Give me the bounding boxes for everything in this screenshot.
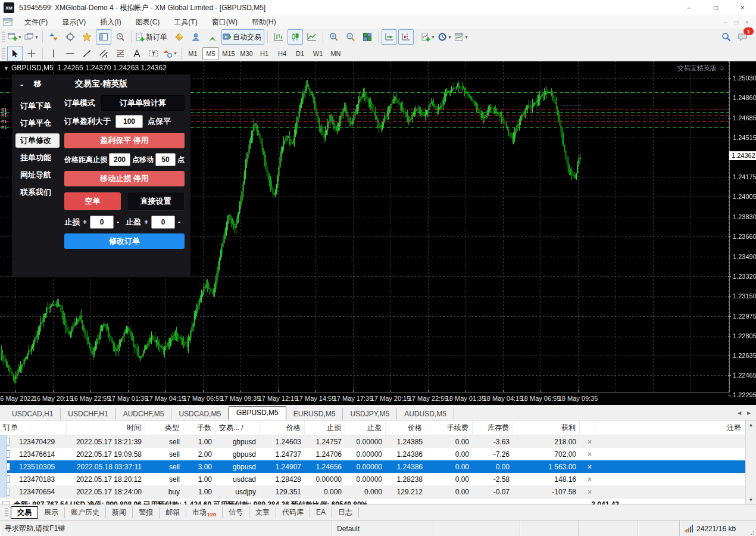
child-close-icon[interactable]: ×	[742, 19, 752, 26]
column-header-11[interactable]: 获利	[513, 420, 580, 435]
terminal-close-icon[interactable]: ×	[1, 421, 8, 429]
shapes-button[interactable]: ▼	[163, 46, 178, 61]
column-header-4[interactable]: 交易... /	[215, 420, 260, 435]
terminal-tab-grip[interactable]	[5, 508, 8, 518]
chart-area[interactable]: ▼GBPUSD,M5 1.24265 1.24370 1.24263 1.243…	[0, 61, 756, 405]
line-chart-button[interactable]	[304, 29, 320, 45]
community-button[interactable]	[188, 29, 204, 45]
timeframe-m1[interactable]: M1	[185, 47, 201, 60]
child-restore-icon[interactable]: □	[731, 19, 742, 26]
terminal-tab-ea[interactable]: EA	[310, 507, 332, 518]
panel-move-handle[interactable]: 移	[34, 79, 42, 89]
chart-tab-usdchfh1[interactable]: USDCHF,H1	[61, 408, 115, 420]
text-label-button[interactable]	[146, 46, 161, 61]
scroll-down-icon[interactable]: ▼	[746, 497, 756, 503]
panel-collapse-button[interactable]: -	[20, 79, 23, 89]
candlestick-button[interactable]	[288, 29, 303, 45]
toolbar-grip[interactable]	[2, 48, 5, 59]
terminal-tab-新闻[interactable]: 新闻	[106, 507, 133, 518]
trade-row[interactable]: 1234766142022.05.17 19:09:58sell2.00gbpu…	[0, 448, 745, 460]
column-header-7[interactable]: 止盈	[345, 420, 386, 435]
indicators-button[interactable]: ▼	[420, 29, 436, 45]
column-header-6[interactable]: 止损	[305, 420, 345, 435]
time-axis[interactable]: 16 May 202216 May 20:1516 May 22:5517 Ma…	[0, 392, 730, 405]
terminal-scrollbar[interactable]: ▲ ▼	[745, 420, 756, 504]
zoom-out-button[interactable]	[343, 29, 358, 45]
column-header-9[interactable]: 手续费	[426, 420, 473, 435]
panel-menu-item-4[interactable]: 网址导航	[15, 168, 60, 182]
notifications-button[interactable]: 1	[735, 29, 751, 45]
panel-menu-item-1[interactable]: 订单平仓	[15, 116, 60, 130]
terminal-tab-展示[interactable]: 展示	[38, 507, 65, 518]
new-order-button[interactable]: 新订单	[135, 29, 170, 45]
terminal-tab-警报[interactable]: 警报	[133, 507, 160, 518]
close-order-icon[interactable]: ×	[588, 463, 592, 471]
status-template[interactable]: Default	[332, 521, 433, 536]
profit-threshold-input[interactable]: 100	[115, 115, 143, 128]
column-header-0[interactable]: 订单	[0, 420, 67, 435]
takeprofit-input[interactable]: 0	[151, 216, 175, 229]
close-order-icon[interactable]: ×	[588, 450, 592, 459]
modify-order-button[interactable]: 修改订单	[64, 233, 185, 249]
profiles-button[interactable]: ▼	[24, 29, 39, 45]
cursor-button[interactable]	[7, 46, 23, 61]
tile-windows-button[interactable]	[360, 29, 375, 45]
trailing-stop-toggle-button[interactable]: 移动止损 停用	[64, 171, 185, 186]
timeframe-h1[interactable]: H1	[256, 47, 273, 60]
timeframe-m30[interactable]: M30	[238, 47, 255, 60]
equidistant-channel-button[interactable]	[96, 46, 111, 61]
symbol-dropdown-icon[interactable]: ▼	[4, 66, 9, 71]
order-mode-button[interactable]: 订单单独计算	[101, 95, 185, 111]
column-header-13[interactable]: 注释	[595, 420, 745, 435]
breakeven-toggle-button[interactable]: 盈利保平 停用	[64, 133, 185, 148]
stoploss-input[interactable]: 0	[90, 216, 114, 229]
trade-row[interactable]: 1235103052022.05.18 03:37:11sell3.00gbpu…	[0, 460, 745, 473]
child-minimize-icon[interactable]: –	[720, 19, 731, 26]
column-header-5[interactable]: 价格	[260, 420, 305, 435]
close-order-icon[interactable]: ×	[588, 438, 592, 446]
templates-button[interactable]: ▼	[454, 29, 469, 45]
fibonacci-button[interactable]	[113, 46, 128, 61]
sell-order-button[interactable]: 空单	[64, 192, 121, 210]
terminal-tab-信号[interactable]: 信号	[223, 507, 249, 518]
terminal-tab-文章[interactable]: 文章	[249, 507, 276, 518]
panel-menu-item-5[interactable]: 联系我们	[15, 185, 60, 200]
direct-settings-button[interactable]: 直接设置	[127, 192, 185, 211]
terminal-button[interactable]	[96, 29, 111, 45]
search-icon[interactable]	[718, 29, 734, 45]
chart-tab-gbpusdm5[interactable]: GBPUSD,M5	[229, 406, 286, 420]
price-axis[interactable]: 1.250301.248601.246851.245151.241751.240…	[729, 61, 756, 392]
close-order-cell[interactable]: ×	[580, 435, 595, 448]
close-order-icon[interactable]: ×	[588, 488, 592, 496]
horizontal-line-button[interactable]	[63, 46, 78, 61]
column-header-3[interactable]: 手数	[183, 420, 215, 435]
close-order-cell[interactable]: ×	[580, 448, 595, 460]
chart-tab-audchfm5[interactable]: AUDCHF,M5	[116, 408, 172, 420]
scroll-up-icon[interactable]: ▲	[746, 422, 756, 428]
timeframe-m5[interactable]: M5	[202, 47, 219, 60]
terminal-tab-市场[interactable]: 市场120	[186, 507, 223, 518]
metaeditor-button[interactable]	[171, 29, 187, 45]
auto-scroll-button[interactable]	[382, 29, 397, 45]
maximize-button[interactable]: □	[702, 0, 729, 15]
close-order-icon[interactable]: ×	[588, 475, 592, 484]
trade-row[interactable]: 1234704292022.05.17 18:21:39sell1.00gbpu…	[0, 435, 745, 448]
resize-grip[interactable]	[749, 529, 755, 535]
minimize-button[interactable]: –	[676, 0, 702, 15]
chart-tab-usdcadm5[interactable]: USDCAD,M5	[171, 408, 229, 420]
stoploss-minus-button[interactable]: -	[117, 218, 119, 226]
column-header-10[interactable]: 库存费	[473, 420, 513, 435]
menu-item-v[interactable]: 显示(V)	[55, 16, 93, 29]
close-order-cell[interactable]: ×	[580, 485, 595, 498]
trade-row[interactable]: 1234706542022.05.17 18:24:00buy1.00usdjp…	[0, 485, 745, 498]
chart-tab-eurusdm5[interactable]: EURUSD,M5	[286, 408, 343, 420]
navigator-button[interactable]	[79, 29, 95, 45]
takeprofit-plus-button[interactable]: +	[144, 218, 148, 226]
terminal-tab-邮箱[interactable]: 邮箱	[160, 507, 186, 518]
strategy-tester-button[interactable]	[113, 29, 128, 45]
stoploss-plus-button[interactable]: +	[83, 218, 87, 226]
terminal-tab-代码库[interactable]: 代码库	[276, 507, 310, 518]
menu-item-i[interactable]: 插入(I)	[93, 16, 128, 29]
timeframe-mn[interactable]: MN	[327, 47, 344, 60]
chart-tab-usdjpym5[interactable]: USDJPY,M5	[343, 408, 397, 420]
